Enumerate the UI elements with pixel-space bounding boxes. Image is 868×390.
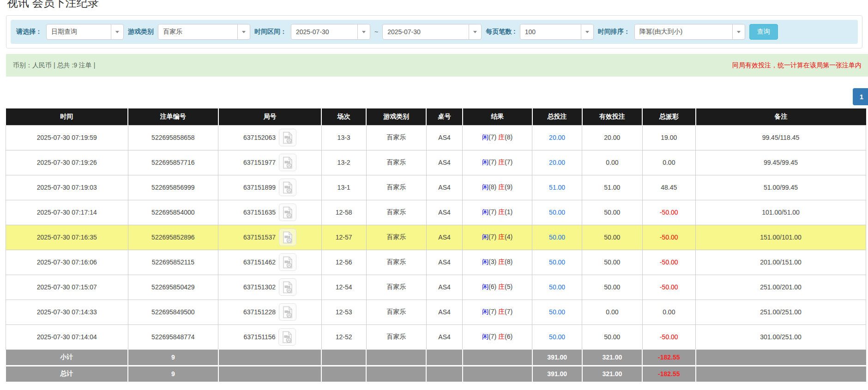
table-row: 2025-07-30 07:14:33522695849500637151228… xyxy=(6,300,866,324)
chevron-down-icon xyxy=(469,24,481,39)
cell-game-type: 百家乐 xyxy=(366,150,426,175)
query-type-select[interactable]: 日期查询 xyxy=(46,24,124,40)
footer-count: 9 xyxy=(128,366,218,382)
date-range-label: 时间区间： xyxy=(254,28,287,36)
round-id-text: 637151156 xyxy=(243,333,275,341)
cell-table-no: AS4 xyxy=(426,200,462,225)
total-bet-link[interactable]: 50.00 xyxy=(549,258,565,266)
column-header: 游戏类别 xyxy=(366,108,426,125)
cell-remark: 101.00/51.00 xyxy=(696,200,866,225)
video-replay-button[interactable] xyxy=(279,228,296,246)
subtotal-row: 小计9391.00321.00-182.55 xyxy=(6,349,866,366)
filter-panel: 请选择： 日期查询 游戏类别 百家乐 时间区间： 2025-07-30 ~ 20… xyxy=(6,15,862,48)
footer-payout: -182.55 xyxy=(642,349,696,366)
result-player-score: (7) xyxy=(488,233,498,240)
cell-remark: 251.00/251.00 xyxy=(696,300,866,324)
total-bet-link[interactable]: 50.00 xyxy=(549,283,565,291)
cell-table-no: AS4 xyxy=(426,175,462,200)
result-player-score: (7) xyxy=(488,333,498,340)
video-replay-button[interactable] xyxy=(279,179,296,196)
cell-payout: -50.00 xyxy=(642,324,696,349)
cell-time: 2025-07-30 07:19:59 xyxy=(6,125,128,150)
page-size-select[interactable]: 100 xyxy=(520,24,594,40)
video-file-icon xyxy=(283,132,293,144)
result-player-label: 闲 xyxy=(482,333,488,340)
total-row: 总计9391.00321.00-182.55 xyxy=(6,366,866,382)
total-bet-link[interactable]: 51.00 xyxy=(549,184,565,191)
video-replay-button[interactable] xyxy=(279,253,296,271)
result-banker-score: (1) xyxy=(505,208,512,216)
round-id-text: 637151635 xyxy=(243,209,276,216)
cell-session: 13-2 xyxy=(321,150,366,175)
column-header: 桌号 xyxy=(426,108,462,125)
cell-total-bet: 20.00 xyxy=(532,125,582,150)
video-replay-button[interactable] xyxy=(279,129,296,146)
search-button[interactable]: 查询 xyxy=(749,24,778,40)
cell-round-id: 637151302 xyxy=(218,275,322,300)
result-player-label: 闲 xyxy=(482,133,488,141)
date-from-value: 2025-07-30 xyxy=(291,24,357,39)
result-banker-label: 庄 xyxy=(498,208,505,216)
round-id-text: 637151977 xyxy=(243,159,276,166)
total-bet-link[interactable]: 50.00 xyxy=(549,209,565,216)
total-bet-link[interactable]: 50.00 xyxy=(549,234,565,241)
cell-session: 12-53 xyxy=(321,300,366,324)
sort-select[interactable]: 降冪(由大到小) xyxy=(634,24,745,40)
total-bet-link[interactable]: 50.00 xyxy=(549,308,565,316)
cell-round-id: 637151635 xyxy=(218,200,322,225)
total-bet-link[interactable]: 20.00 xyxy=(549,134,565,141)
cell-game-type: 百家乐 xyxy=(366,125,426,150)
total-bet-link[interactable]: 20.00 xyxy=(549,159,565,166)
result-player-score: (7) xyxy=(488,308,498,315)
cell-valid-bet: 50.00 xyxy=(582,250,642,275)
cell-bet-id: 522695849500 xyxy=(128,300,218,324)
footer-session xyxy=(321,349,366,366)
footer-table xyxy=(426,349,462,366)
cell-game-type: 百家乐 xyxy=(366,275,426,300)
cell-session: 12-56 xyxy=(321,250,366,275)
footer-game xyxy=(366,366,426,382)
cell-result: 闲(6) 庄(5) xyxy=(463,275,532,300)
video-replay-button[interactable] xyxy=(278,328,296,346)
cell-time: 2025-07-30 07:15:07 xyxy=(6,275,128,300)
footer-session xyxy=(321,366,366,382)
video-replay-button[interactable] xyxy=(279,278,296,296)
result-player-label: 闲 xyxy=(482,183,488,191)
result-banker-score: (7) xyxy=(505,158,512,166)
round-id-text: 637152063 xyxy=(243,134,276,141)
cell-result: 闲(3) 庄(8) xyxy=(463,250,532,275)
cell-payout: -50.00 xyxy=(642,250,696,275)
result-player-score: (7) xyxy=(488,208,498,216)
sort-value: 降冪(由大到小) xyxy=(635,24,732,39)
cell-payout: 19.00 xyxy=(642,125,696,150)
cell-bet-id: 522695854000 xyxy=(128,200,218,225)
result-player-score: (8) xyxy=(488,183,498,191)
cell-round-id: 637151537 xyxy=(218,225,322,250)
video-file-icon xyxy=(283,256,293,269)
page-button-1[interactable]: 1 xyxy=(853,88,868,105)
date-to-select[interactable]: 2025-07-30 xyxy=(382,24,482,40)
footer-valid-bet: 321.00 xyxy=(582,349,642,366)
result-player-label: 闲 xyxy=(482,233,488,240)
cell-total-bet: 50.00 xyxy=(532,324,582,349)
video-file-icon xyxy=(283,181,293,194)
video-replay-button[interactable] xyxy=(279,154,296,171)
table-row: 2025-07-30 07:16:35522695852896637151537… xyxy=(6,225,866,250)
game-type-select[interactable]: 百家乐 xyxy=(158,24,250,40)
column-header: 局号 xyxy=(218,108,322,125)
result-banker-label: 庄 xyxy=(498,308,505,315)
footer-total-bet: 391.00 xyxy=(532,366,582,382)
table-row: 2025-07-30 07:19:59522695858658637152063… xyxy=(6,125,866,150)
cell-table-no: AS4 xyxy=(426,300,462,324)
cell-result: 闲(7) 庄(6) xyxy=(463,324,532,349)
video-replay-button[interactable] xyxy=(279,303,296,321)
cell-result: 闲(7) 庄(8) xyxy=(463,125,532,150)
total-bet-link[interactable]: 50.00 xyxy=(549,333,565,341)
date-from-select[interactable]: 2025-07-30 xyxy=(291,24,370,40)
cell-valid-bet: 51.00 xyxy=(582,175,642,200)
video-replay-button[interactable] xyxy=(279,204,296,221)
cell-table-no: AS4 xyxy=(426,324,462,349)
result-banker-label: 庄 xyxy=(498,283,505,290)
footer-remark xyxy=(696,366,866,382)
round-id-text: 637151899 xyxy=(243,184,276,191)
